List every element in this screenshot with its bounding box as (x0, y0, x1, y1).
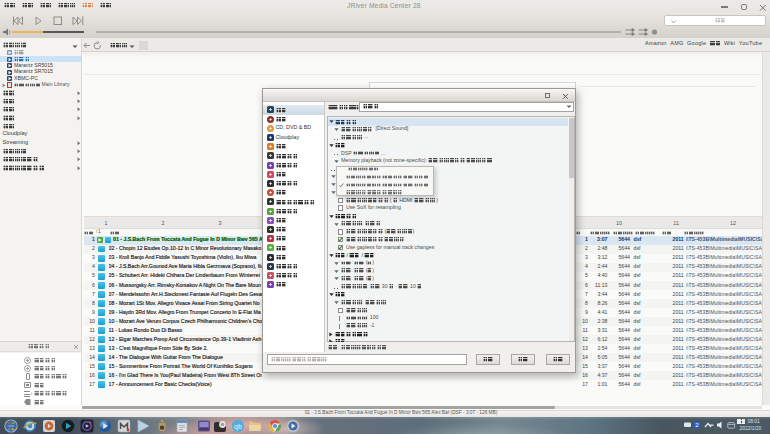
svg-text:qb: qb (234, 422, 242, 430)
